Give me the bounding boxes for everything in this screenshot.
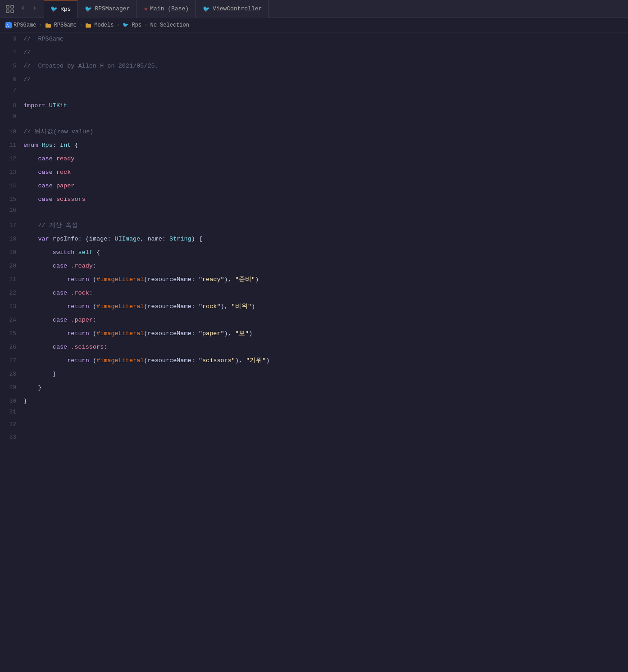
token-indent — [23, 276, 67, 283]
token-space — [53, 182, 56, 189]
line-number: 25 — [0, 330, 23, 337]
line-number: 16 — [0, 207, 23, 213]
token-indent — [23, 317, 53, 323]
code-editor: 3// RPSGame4//5// Created by Allen H on … — [0, 32, 628, 446]
token-string-lit: "바위" — [232, 303, 251, 310]
line-content: case .scissors: — [23, 341, 628, 354]
line-number: 5 — [0, 63, 23, 69]
token-kw-return: return — [67, 357, 89, 364]
code-line: 30} — [0, 395, 628, 408]
token-indent — [23, 155, 38, 162]
code-line: 11enum Rps: Int { — [0, 139, 628, 152]
line-number: 30 — [0, 398, 23, 404]
token-kw-case: case — [38, 169, 52, 176]
code-line: 19 switch self { — [0, 246, 628, 259]
token-kw-var: var — [38, 236, 49, 242]
token-string-lit: "scissors" — [199, 357, 235, 364]
line-number: 24 — [0, 317, 23, 323]
error-icon-main: ✕ — [144, 5, 147, 13]
token-identifier: (resourceName: — [144, 330, 199, 337]
line-number: 20 — [0, 263, 23, 269]
line-content: enum Rps: Int { — [23, 139, 628, 152]
token-identifier: : — [93, 317, 96, 323]
tab-main[interactable]: ✕ Main (Base) — [137, 0, 196, 18]
token-identifier: (resourceName: — [144, 357, 199, 364]
svg-rect-0 — [6, 5, 9, 8]
token-kw-case: case — [53, 263, 67, 269]
tab-label-main: Main (Base) — [150, 5, 189, 12]
token-identifier: : — [93, 263, 96, 269]
token-image-literal: #imageLiteral — [96, 276, 144, 283]
line-content: return (#imageLiteral(resourceName: "rea… — [23, 273, 628, 286]
token-indent — [23, 249, 53, 256]
code-line: 27 return (#imageLiteral(resourceName: "… — [0, 354, 628, 368]
token-enum-name: Rps — [42, 142, 53, 149]
line-number: 7 — [0, 87, 23, 94]
token-indent — [23, 182, 38, 189]
tab-viewcontroller[interactable]: 🐦 ViewController — [196, 0, 268, 18]
token-image-literal: #imageLiteral — [96, 357, 144, 364]
token-space — [53, 169, 56, 176]
line-number: 26 — [0, 344, 23, 350]
token-kw-self: self — [78, 249, 93, 256]
token-comment: // Created by Allen H on 2021/05/25. — [23, 63, 159, 69]
token-identifier: (resourceName: — [144, 276, 199, 283]
token-identifier: ) { — [191, 236, 202, 242]
token-indent — [23, 371, 53, 377]
token-indent — [23, 169, 38, 176]
code-line: 18 var rpsInfo: (image: UIImage, name: S… — [0, 232, 628, 246]
line-content: return (#imageLiteral(resourceName: "roc… — [23, 300, 628, 313]
token-identifier: } — [53, 371, 56, 377]
tab-rps[interactable]: 🐦 Rps — [44, 0, 77, 18]
code-line: 23 return (#imageLiteral(resourceName: "… — [0, 300, 628, 313]
token-identifier: ) — [251, 303, 255, 310]
line-number: 15 — [0, 196, 23, 203]
code-line: 8import UIKit — [0, 99, 628, 113]
token-identifier: ), — [224, 276, 235, 283]
token-indent — [23, 357, 67, 364]
back-button[interactable]: ‹ — [18, 3, 28, 13]
token-case-val: paper — [56, 182, 75, 189]
token-identifier: : — [104, 344, 107, 350]
swift-icon-viewcontroller: 🐦 — [203, 5, 210, 13]
code-line: 24 case .paper: — [0, 313, 628, 327]
code-line: 7 — [0, 86, 628, 99]
swift-icon-breadcrumb: 🐦 — [123, 22, 129, 28]
breadcrumb-label-rps: Rps — [132, 22, 142, 28]
svg-rect-2 — [6, 10, 9, 13]
token-kw-case: case — [38, 196, 52, 203]
line-number: 10 — [0, 128, 23, 135]
code-line: 32 — [0, 421, 628, 433]
token-kw-type: String — [169, 236, 191, 242]
tab-rpsmanager[interactable]: 🐦 RPSManager — [78, 0, 137, 18]
breadcrumb-appicon: A RPSGame — [5, 22, 36, 28]
grid-nav-button[interactable] — [4, 3, 16, 15]
forward-button[interactable]: › — [30, 3, 40, 13]
code-line: 13 case rock — [0, 166, 628, 179]
token-dot-case: .paper — [71, 317, 93, 323]
code-line: 9 — [0, 113, 628, 125]
code-line: 14 case paper — [0, 179, 628, 193]
token-identifier: ( — [89, 303, 96, 310]
token-identifier: ) — [249, 330, 252, 337]
tab-label-rps: Rps — [60, 6, 71, 13]
breadcrumb-label-rpsgame2: RPSGame — [54, 22, 77, 28]
token-kw-switch: switch — [53, 249, 75, 256]
token-string-lit: "가위" — [246, 357, 266, 364]
code-line: 3// RPSGame — [0, 32, 628, 46]
line-number: 12 — [0, 155, 23, 162]
token-identifier: : — [53, 142, 60, 149]
line-number: 14 — [0, 182, 23, 189]
swift-icon-rps: 🐦 — [50, 5, 58, 13]
line-number: 29 — [0, 384, 23, 391]
token-indent — [23, 303, 67, 310]
token-string-lit: "ready" — [199, 276, 224, 283]
line-number: 19 — [0, 249, 23, 256]
token-identifier: ) — [266, 357, 269, 364]
line-number: 6 — [0, 76, 23, 83]
token-comment: // — [23, 76, 31, 83]
token-kw-case: case — [53, 344, 67, 350]
token-space — [74, 249, 78, 256]
line-content: case rock — [23, 166, 628, 179]
code-line: 25 return (#imageLiteral(resourceName: "… — [0, 327, 628, 341]
